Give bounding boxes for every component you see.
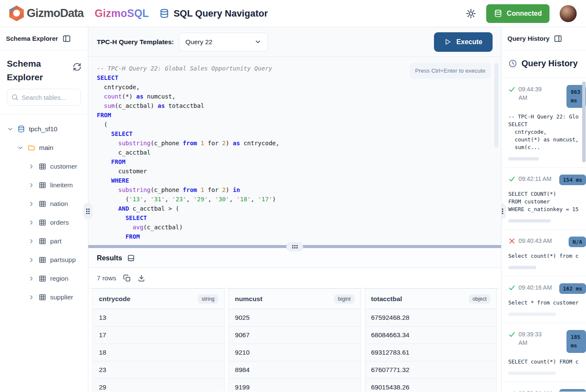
page-title: SQL Query Navigator <box>159 8 268 19</box>
tree-item-table-part[interactable]: part <box>3 232 85 251</box>
history-item[interactable]: 08:59:01 AM162 msSelect * from customer <box>501 382 586 392</box>
template-select[interactable]: Query 22 <box>179 33 268 51</box>
success-check-icon <box>508 86 516 93</box>
history-item[interactable]: 09:42:11 AM154 msSELECT COUNT(*) FROM cu… <box>501 168 586 230</box>
table-cell[interactable]: 23 <box>93 361 225 379</box>
table-cell[interactable]: 29 <box>93 379 225 392</box>
chevron-down-icon <box>17 144 24 151</box>
table-name: lineitem <box>50 181 73 189</box>
code-line: substring(c_phone from 1 for 2) in <box>97 185 493 195</box>
error-x-icon <box>508 237 516 245</box>
table-icon <box>39 181 46 189</box>
download-icon[interactable] <box>138 274 145 282</box>
search-icon <box>11 93 19 101</box>
user-avatar[interactable] <box>560 5 577 22</box>
sql-editor[interactable]: Press Ctrl+Enter to execute -- TPC-H Que… <box>88 57 501 245</box>
tree-item-table-lineitem[interactable]: lineitem <box>3 176 85 195</box>
table-cell[interactable]: 13 <box>93 309 225 327</box>
history-sql-preview: Select * from customer <box>508 299 586 307</box>
table-icon <box>39 293 46 301</box>
editor-scrollbar[interactable] <box>494 63 499 148</box>
refresh-icon[interactable] <box>73 63 81 71</box>
table-cell[interactable]: 8984 <box>228 361 361 379</box>
table-cell[interactable]: 68084663.34 <box>365 327 497 344</box>
execute-label: Execute <box>456 38 482 46</box>
history-item-header: 09:40:16 AM162 ms <box>508 283 586 294</box>
theme-toggle-sun-icon[interactable] <box>466 8 476 19</box>
play-icon <box>444 38 451 45</box>
table-cell[interactable]: 9067 <box>228 327 361 344</box>
gizmodata-logo[interactable]: GizmoData <box>9 6 84 21</box>
table-cell[interactable]: 17 <box>93 327 225 344</box>
tree-item-table-customer[interactable]: customer <box>3 157 85 176</box>
query-history-panel: Query History Query History 09:44:39 AM8… <box>501 27 586 392</box>
query-toolbar: TPC-H Query Templates: Query 22 Execute <box>88 27 501 57</box>
code-line: FROM <box>97 110 493 120</box>
sidebar-resize-handle[interactable] <box>84 203 92 219</box>
table-cell[interactable]: 67607771.32 <box>365 361 497 379</box>
success-check-icon <box>508 331 516 338</box>
column-header-numcust[interactable]: numcustbigint <box>228 288 361 309</box>
history-resize-handle[interactable] <box>501 203 505 219</box>
history-item[interactable]: 09:39:33 AM185 msSELECT count(*) FROM c <box>501 323 586 382</box>
column-header-cntrycode[interactable]: cntrycodestring <box>93 288 225 309</box>
header-actions: Connected <box>466 4 577 23</box>
tree-tables: customerlineitemnationorderspartpartsupp… <box>3 157 85 307</box>
table-cell[interactable]: 9025 <box>228 309 361 327</box>
duration-badge: 162 ms <box>559 283 586 294</box>
table-cell[interactable]: 9199 <box>228 379 361 392</box>
schema-explorer-panel-title: Schema Explorer <box>6 35 58 42</box>
table-cell[interactable]: 69312783.61 <box>365 344 497 361</box>
tree-item-table-nation[interactable]: nation <box>3 195 85 213</box>
history-item[interactable]: 09:44:39 AM863 ms-- TPC-H Query 22: Glo … <box>501 78 586 168</box>
table-cell[interactable]: 18 <box>93 344 225 361</box>
folder-icon <box>28 144 35 152</box>
tree-item-table-partsupp[interactable]: partsupp <box>3 251 85 269</box>
tree-item-database[interactable]: tpch_sf10 <box>3 120 85 138</box>
table-icon <box>39 219 46 226</box>
editor-results-divider[interactable] <box>88 245 501 248</box>
connected-button[interactable]: Connected <box>486 4 549 23</box>
table-cell[interactable]: 69015438.26 <box>365 379 497 392</box>
query-workspace: TPC-H Query Templates: Query 22 Execute … <box>88 27 501 392</box>
copy-icon[interactable] <box>123 274 131 282</box>
chevron-right-icon <box>28 275 35 282</box>
row-count: 7 rows <box>97 274 116 282</box>
execute-button[interactable]: Execute <box>434 32 493 52</box>
history-item-header: 09:44:39 AM863 ms <box>508 85 586 108</box>
history-sql-preview: SELECT count(*) FROM c <box>508 358 586 366</box>
tree-item-schema[interactable]: main <box>3 138 85 157</box>
code-line: ( <box>97 120 493 129</box>
duration-badge: 154 ms <box>559 175 586 185</box>
tree-item-table-supplier[interactable]: supplier <box>3 288 85 307</box>
code-line: AND c_acctbal > ( <box>97 204 493 213</box>
code-line: SELECT <box>97 213 493 223</box>
column-name: cntrycode <box>99 295 130 303</box>
query-history-heading: Query History <box>501 50 586 78</box>
chevron-right-icon <box>28 238 35 245</box>
rows-panel-icon[interactable] <box>127 254 135 262</box>
panel-collapse-icon[interactable] <box>62 34 71 43</box>
chevron-right-icon <box>28 182 35 189</box>
gizmodata-logo-icon <box>9 6 24 21</box>
column-header-totacctbal[interactable]: totacctbalobject <box>365 288 497 309</box>
success-check-icon <box>508 284 516 291</box>
database-name: tpch_sf10 <box>29 125 57 133</box>
history-item[interactable]: 09:40:16 AM162 msSelect * from customer <box>501 276 586 323</box>
table-icon <box>39 163 46 170</box>
table-name: customer <box>50 163 77 170</box>
history-scrollbar[interactable] <box>582 82 586 162</box>
code-line: avg(c_acctbal) <box>97 223 493 232</box>
divider-grip-icon[interactable] <box>287 243 303 251</box>
tree-item-table-region[interactable]: region <box>3 269 85 288</box>
search-box <box>7 89 81 106</box>
table-cell[interactable]: 67592468.28 <box>365 309 497 327</box>
results-meta: 7 rows <box>88 268 501 288</box>
gizmosql-brand: GizmoSQL <box>95 7 149 20</box>
table-cell[interactable]: 9210 <box>228 344 361 361</box>
app-header: GizmoData GizmoSQL SQL Query Navigator C… <box>0 0 586 27</box>
query-history-list: 09:44:39 AM863 ms-- TPC-H Query 22: Glo … <box>501 78 586 392</box>
history-item[interactable]: 09:40:43 AMN/ASelect count(*) from c <box>501 230 586 276</box>
tree-item-table-orders[interactable]: orders <box>3 213 85 232</box>
panel-collapse-icon[interactable] <box>554 34 562 43</box>
